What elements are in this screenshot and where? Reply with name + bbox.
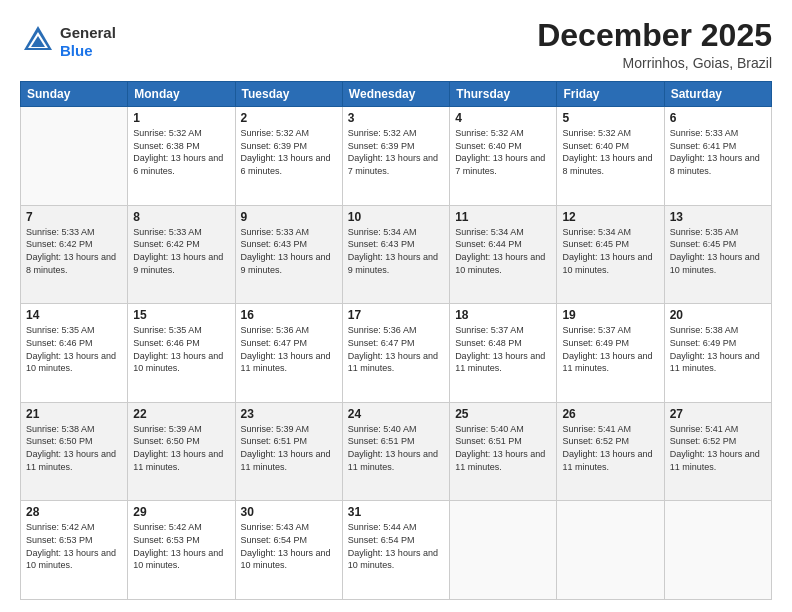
day-info: Sunrise: 5:34 AMSunset: 6:43 PMDaylight:… [348,226,444,276]
day-info: Sunrise: 5:38 AMSunset: 6:50 PMDaylight:… [26,423,122,473]
table-row: 16Sunrise: 5:36 AMSunset: 6:47 PMDayligh… [235,304,342,403]
day-number: 8 [133,210,229,224]
day-number: 13 [670,210,766,224]
day-number: 21 [26,407,122,421]
calendar-week-row: 1Sunrise: 5:32 AMSunset: 6:38 PMDaylight… [21,107,772,206]
table-row [21,107,128,206]
day-info: Sunrise: 5:32 AMSunset: 6:39 PMDaylight:… [348,127,444,177]
page: General Blue December 2025 Morrinhos, Go… [0,0,792,612]
day-number: 31 [348,505,444,519]
col-saturday: Saturday [664,82,771,107]
day-info: Sunrise: 5:32 AMSunset: 6:38 PMDaylight:… [133,127,229,177]
table-row: 9Sunrise: 5:33 AMSunset: 6:43 PMDaylight… [235,205,342,304]
table-row: 11Sunrise: 5:34 AMSunset: 6:44 PMDayligh… [450,205,557,304]
day-info: Sunrise: 5:35 AMSunset: 6:45 PMDaylight:… [670,226,766,276]
table-row: 12Sunrise: 5:34 AMSunset: 6:45 PMDayligh… [557,205,664,304]
table-row: 31Sunrise: 5:44 AMSunset: 6:54 PMDayligh… [342,501,449,600]
day-info: Sunrise: 5:37 AMSunset: 6:48 PMDaylight:… [455,324,551,374]
day-info: Sunrise: 5:41 AMSunset: 6:52 PMDaylight:… [670,423,766,473]
header: General Blue December 2025 Morrinhos, Go… [20,18,772,71]
location: Morrinhos, Goias, Brazil [537,55,772,71]
col-sunday: Sunday [21,82,128,107]
day-info: Sunrise: 5:39 AMSunset: 6:50 PMDaylight:… [133,423,229,473]
table-row [450,501,557,600]
day-number: 25 [455,407,551,421]
table-row: 30Sunrise: 5:43 AMSunset: 6:54 PMDayligh… [235,501,342,600]
day-number: 5 [562,111,658,125]
day-number: 4 [455,111,551,125]
day-number: 18 [455,308,551,322]
day-number: 14 [26,308,122,322]
col-tuesday: Tuesday [235,82,342,107]
table-row: 17Sunrise: 5:36 AMSunset: 6:47 PMDayligh… [342,304,449,403]
day-info: Sunrise: 5:34 AMSunset: 6:44 PMDaylight:… [455,226,551,276]
table-row: 8Sunrise: 5:33 AMSunset: 6:42 PMDaylight… [128,205,235,304]
calendar-header-row: Sunday Monday Tuesday Wednesday Thursday… [21,82,772,107]
table-row: 26Sunrise: 5:41 AMSunset: 6:52 PMDayligh… [557,402,664,501]
day-info: Sunrise: 5:42 AMSunset: 6:53 PMDaylight:… [26,521,122,571]
table-row: 27Sunrise: 5:41 AMSunset: 6:52 PMDayligh… [664,402,771,501]
day-info: Sunrise: 5:37 AMSunset: 6:49 PMDaylight:… [562,324,658,374]
day-number: 2 [241,111,337,125]
day-info: Sunrise: 5:38 AMSunset: 6:49 PMDaylight:… [670,324,766,374]
day-info: Sunrise: 5:32 AMSunset: 6:40 PMDaylight:… [455,127,551,177]
table-row: 22Sunrise: 5:39 AMSunset: 6:50 PMDayligh… [128,402,235,501]
table-row: 13Sunrise: 5:35 AMSunset: 6:45 PMDayligh… [664,205,771,304]
title-block: December 2025 Morrinhos, Goias, Brazil [537,18,772,71]
day-number: 28 [26,505,122,519]
table-row: 6Sunrise: 5:33 AMSunset: 6:41 PMDaylight… [664,107,771,206]
day-number: 7 [26,210,122,224]
day-info: Sunrise: 5:42 AMSunset: 6:53 PMDaylight:… [133,521,229,571]
day-number: 12 [562,210,658,224]
table-row: 28Sunrise: 5:42 AMSunset: 6:53 PMDayligh… [21,501,128,600]
table-row: 3Sunrise: 5:32 AMSunset: 6:39 PMDaylight… [342,107,449,206]
day-info: Sunrise: 5:33 AMSunset: 6:41 PMDaylight:… [670,127,766,177]
month-title: December 2025 [537,18,772,53]
col-friday: Friday [557,82,664,107]
day-info: Sunrise: 5:43 AMSunset: 6:54 PMDaylight:… [241,521,337,571]
table-row: 29Sunrise: 5:42 AMSunset: 6:53 PMDayligh… [128,501,235,600]
day-number: 23 [241,407,337,421]
day-info: Sunrise: 5:32 AMSunset: 6:39 PMDaylight:… [241,127,337,177]
day-number: 30 [241,505,337,519]
day-info: Sunrise: 5:36 AMSunset: 6:47 PMDaylight:… [241,324,337,374]
col-thursday: Thursday [450,82,557,107]
table-row: 18Sunrise: 5:37 AMSunset: 6:48 PMDayligh… [450,304,557,403]
table-row: 21Sunrise: 5:38 AMSunset: 6:50 PMDayligh… [21,402,128,501]
table-row: 14Sunrise: 5:35 AMSunset: 6:46 PMDayligh… [21,304,128,403]
logo: General Blue [20,22,116,62]
day-info: Sunrise: 5:36 AMSunset: 6:47 PMDaylight:… [348,324,444,374]
day-number: 9 [241,210,337,224]
day-info: Sunrise: 5:33 AMSunset: 6:42 PMDaylight:… [133,226,229,276]
table-row: 5Sunrise: 5:32 AMSunset: 6:40 PMDaylight… [557,107,664,206]
day-number: 11 [455,210,551,224]
day-info: Sunrise: 5:33 AMSunset: 6:42 PMDaylight:… [26,226,122,276]
day-info: Sunrise: 5:35 AMSunset: 6:46 PMDaylight:… [133,324,229,374]
day-info: Sunrise: 5:40 AMSunset: 6:51 PMDaylight:… [348,423,444,473]
table-row: 15Sunrise: 5:35 AMSunset: 6:46 PMDayligh… [128,304,235,403]
day-info: Sunrise: 5:35 AMSunset: 6:46 PMDaylight:… [26,324,122,374]
day-number: 27 [670,407,766,421]
day-info: Sunrise: 5:41 AMSunset: 6:52 PMDaylight:… [562,423,658,473]
day-number: 15 [133,308,229,322]
day-info: Sunrise: 5:34 AMSunset: 6:45 PMDaylight:… [562,226,658,276]
logo-blue-text: Blue [60,42,93,59]
day-info: Sunrise: 5:39 AMSunset: 6:51 PMDaylight:… [241,423,337,473]
logo-icon [20,22,56,58]
day-number: 17 [348,308,444,322]
table-row: 19Sunrise: 5:37 AMSunset: 6:49 PMDayligh… [557,304,664,403]
col-wednesday: Wednesday [342,82,449,107]
calendar-week-row: 14Sunrise: 5:35 AMSunset: 6:46 PMDayligh… [21,304,772,403]
logo-general-text: General [60,24,116,41]
calendar-week-row: 7Sunrise: 5:33 AMSunset: 6:42 PMDaylight… [21,205,772,304]
day-number: 1 [133,111,229,125]
day-number: 24 [348,407,444,421]
day-number: 3 [348,111,444,125]
table-row: 25Sunrise: 5:40 AMSunset: 6:51 PMDayligh… [450,402,557,501]
day-number: 10 [348,210,444,224]
calendar-week-row: 21Sunrise: 5:38 AMSunset: 6:50 PMDayligh… [21,402,772,501]
day-number: 26 [562,407,658,421]
calendar-week-row: 28Sunrise: 5:42 AMSunset: 6:53 PMDayligh… [21,501,772,600]
day-number: 16 [241,308,337,322]
table-row: 2Sunrise: 5:32 AMSunset: 6:39 PMDaylight… [235,107,342,206]
